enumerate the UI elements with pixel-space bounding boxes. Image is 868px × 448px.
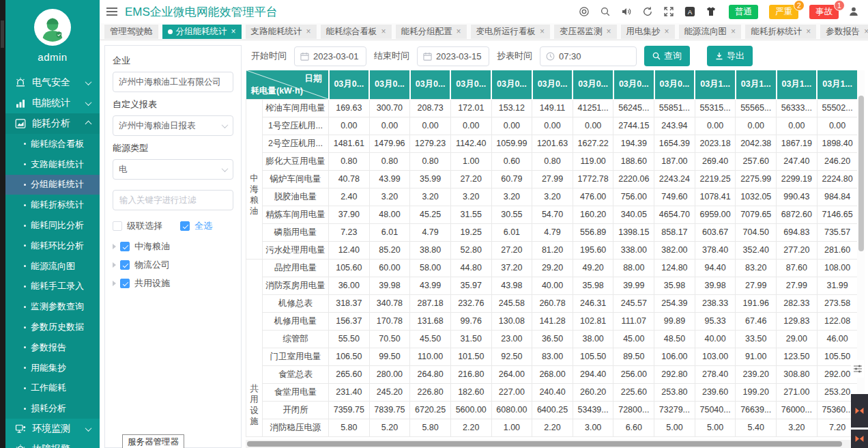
column-header-9[interactable]: 03月0... [654, 70, 695, 99]
tab-参数报告[interactable]: 参数报告× [820, 25, 868, 39]
refresh-icon[interactable] [641, 5, 654, 18]
sidebar-item-支路能耗统计[interactable]: 支路能耗统计 [5, 154, 100, 175]
cell-value: 239.60 [695, 383, 736, 401]
sidebar-item-能耗环比分析[interactable]: 能耗环比分析 [5, 236, 100, 256]
meter-time-input[interactable]: 07:30 [540, 46, 637, 66]
tab-能耗分组配置[interactable]: 能耗分组配置× [396, 25, 467, 39]
sidebar-item-分组能耗统计[interactable]: 分组能耗统计 [5, 175, 100, 195]
sidebar-item-电气安全[interactable]: 电气安全 [5, 72, 100, 93]
column-header-10[interactable]: 03月1... [695, 70, 736, 99]
tab-close-icon[interactable]: × [540, 27, 545, 36]
tab-close-icon[interactable]: × [306, 27, 311, 36]
sidebar-item-用能集抄[interactable]: 用能集抄 [5, 358, 100, 378]
column-header-4[interactable]: 03月0... [450, 70, 491, 99]
column-header-1[interactable]: 03月0... [329, 70, 370, 99]
tree-node-checkbox[interactable] [120, 279, 130, 288]
column-header-13[interactable]: 03月1... [817, 70, 858, 99]
sidebar-item-电能统计[interactable]: 电能统计 [5, 93, 100, 113]
select-all[interactable]: 全选 [180, 220, 212, 232]
column-header-12[interactable]: 03月1... [777, 70, 818, 99]
server-manager-window[interactable]: 服务器管理器 [122, 434, 184, 448]
report-select[interactable]: 泸州中海粮油日报表 [113, 115, 233, 136]
alarm-badge-普通[interactable]: 普通 [729, 5, 758, 19]
tab-分组能耗统计[interactable]: 分组能耗统计× [162, 25, 242, 39]
avatar[interactable] [34, 9, 71, 46]
tab-close-icon[interactable]: × [806, 27, 811, 36]
sidebar-item-能源流向图[interactable]: 能源流向图 [5, 256, 100, 277]
start-date-input[interactable]: 2023-03-01 [294, 46, 366, 66]
select-all-checkbox[interactable] [180, 221, 190, 231]
alarm-badge-事故[interactable]: 事故1 [809, 5, 839, 19]
sidebar-item-能耗分析[interactable]: 能耗分析 [5, 113, 100, 134]
sidebar-item-能耗同比分析[interactable]: 能耗同比分析 [5, 215, 100, 236]
column-header-3[interactable]: 03月0... [410, 70, 451, 99]
tab-能耗综合看板[interactable]: 能耗综合看板× [321, 25, 392, 39]
sidebar-item-监测参数查询[interactable]: 监测参数查询 [5, 296, 100, 317]
vertical-scrollbar-thumb[interactable] [858, 96, 864, 251]
tab-close-icon[interactable]: × [381, 27, 386, 36]
sidebar-item-环境监测[interactable]: 环境监测 [5, 419, 100, 439]
meter-time-value: 07:30 [559, 51, 581, 61]
sidebar-item-能耗折标统计[interactable]: 能耗折标统计 [5, 195, 100, 215]
caret-right-icon[interactable] [113, 281, 116, 286]
column-header-8[interactable]: 03月0... [613, 70, 654, 99]
caret-right-icon[interactable] [113, 244, 116, 249]
tab-变电所运行看板[interactable]: 变电所运行看板× [471, 25, 551, 39]
cascade-checkbox[interactable] [113, 221, 122, 231]
tab-变压器监测[interactable]: 变压器监测× [554, 25, 617, 39]
column-settings-icon[interactable] [851, 360, 864, 378]
export-button[interactable]: 导出 [707, 46, 753, 66]
tree-node-中海粮油[interactable]: 中海粮油 [113, 240, 233, 253]
horizontal-scrollbar-thumb[interactable] [247, 441, 842, 447]
theme-icon[interactable] [705, 5, 717, 18]
dock-widget-bottom[interactable] [851, 430, 868, 448]
column-header-6[interactable]: 03月0... [532, 70, 573, 99]
speaker-icon[interactable] [620, 5, 633, 18]
energy-type-select[interactable]: 电 [113, 159, 233, 180]
cell-value: 39.98 [369, 277, 410, 294]
cell-value: 247.40 [777, 152, 818, 170]
dock-widget-top[interactable] [851, 394, 868, 428]
tab-用电集抄[interactable]: 用电集抄× [621, 25, 675, 39]
user-icon[interactable] [848, 5, 860, 18]
tree-filter-input[interactable] [113, 190, 233, 210]
tab-能耗折标统计[interactable]: 能耗折标统计× [745, 25, 816, 39]
alarm-badge-严重[interactable]: 严重2 [769, 5, 798, 19]
tree-node-物流公司[interactable]: 物流公司 [113, 259, 233, 271]
sidebar-item-参数历史数据[interactable]: 参数历史数据 [5, 317, 100, 337]
cell-value: 23.00 [491, 330, 532, 348]
tree-node-checkbox[interactable] [120, 260, 130, 270]
column-header-2[interactable]: 03月0... [369, 70, 410, 99]
sidebar-item-参数报告[interactable]: 参数报告 [5, 337, 100, 358]
caret-right-icon[interactable] [113, 262, 116, 268]
font-size-icon[interactable]: A [684, 5, 696, 18]
sidebar-item-故障报警[interactable]: 故障报警 [5, 439, 100, 448]
target-icon[interactable] [578, 5, 590, 18]
cell-value: 99.89 [654, 312, 695, 330]
sidebar-item-损耗分析[interactable]: 损耗分析 [5, 398, 100, 419]
fullscreen-icon[interactable] [663, 5, 675, 18]
tab-能源流向图[interactable]: 能源流向图× [679, 25, 742, 39]
tab-close-icon[interactable]: × [231, 27, 236, 36]
sidebar-item-能耗综合看板[interactable]: 能耗综合看板 [5, 134, 100, 154]
tab-close-icon[interactable]: × [731, 27, 736, 36]
tree-node-checkbox[interactable] [120, 242, 130, 251]
tree-node-共用设施[interactable]: 共用设施 [113, 277, 233, 290]
column-header-11[interactable]: 03月1... [736, 70, 777, 99]
search-icon[interactable] [599, 5, 611, 18]
tab-close-icon[interactable]: × [457, 27, 461, 36]
company-input[interactable]: 泸州中海粮油工业有限公司 [113, 72, 233, 92]
sidebar-item-工作能耗[interactable]: 工作能耗 [5, 378, 100, 399]
tab-支路能耗统计[interactable]: 支路能耗统计× [246, 25, 317, 39]
query-button[interactable]: 查询 [644, 46, 690, 66]
column-header-5[interactable]: 03月0... [491, 70, 532, 99]
row-label: 机修总表 [263, 294, 329, 312]
column-header-7[interactable]: 03月0... [573, 70, 613, 99]
hamburger-menu-icon[interactable] [106, 8, 117, 16]
end-date-input[interactable]: 2023-03-15 [417, 46, 489, 66]
tab-close-icon[interactable]: × [665, 27, 669, 36]
tab-close-icon[interactable]: × [607, 27, 611, 36]
tab-管理驾驶舱[interactable]: 管理驾驶舱 [104, 25, 158, 39]
tab-close-icon[interactable]: × [864, 27, 868, 36]
sidebar-item-能耗手工录入[interactable]: 能耗手工录入 [5, 277, 100, 297]
